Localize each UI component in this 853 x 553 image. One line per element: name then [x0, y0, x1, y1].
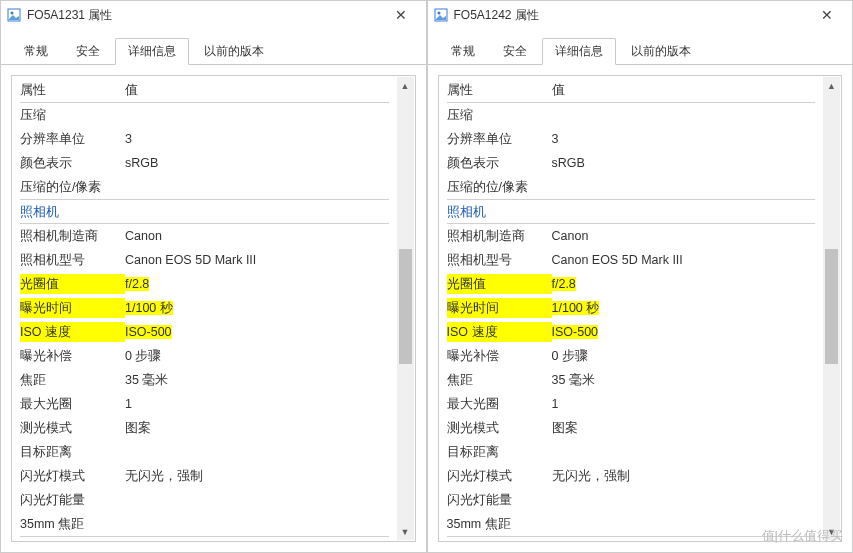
property-row[interactable]: 照相机制造商Canon	[12, 224, 397, 248]
property-row[interactable]: 曝光补偿0 步骤	[439, 344, 824, 368]
scroll-up-button[interactable]: ▲	[397, 77, 414, 94]
property-row[interactable]: 闪光灯能量	[12, 488, 397, 512]
property-row[interactable]: 光圈值f/2.8	[439, 272, 824, 296]
property-label: ISO 速度	[447, 322, 552, 342]
tab-strip: 常规 安全 详细信息 以前的版本	[428, 29, 853, 65]
property-value: 1	[125, 394, 389, 414]
property-row[interactable]: ISO 速度ISO-500	[439, 320, 824, 344]
property-row[interactable]: 照相机型号Canon EOS 5D Mark III	[439, 248, 824, 272]
property-row[interactable]: 压缩的位/像素	[12, 175, 397, 199]
property-value: sRGB	[552, 153, 816, 173]
property-row[interactable]: 最大光圈1	[12, 392, 397, 416]
property-row[interactable]: 压缩	[439, 103, 824, 127]
tab-previous[interactable]: 以前的版本	[191, 38, 277, 65]
property-row[interactable]: 35mm 焦距	[439, 512, 824, 536]
property-value	[125, 514, 389, 534]
property-label: 光圈值	[20, 274, 125, 294]
property-row[interactable]: 闪光灯模式无闪光，强制	[12, 464, 397, 488]
property-row[interactable]: 最大光圈1	[439, 392, 824, 416]
property-value	[552, 514, 816, 534]
header-value: 值	[552, 80, 816, 100]
property-row[interactable]: 光圈值f/2.8	[12, 272, 397, 296]
property-value: Canon	[552, 226, 816, 246]
tab-general[interactable]: 常规	[11, 38, 61, 65]
property-row[interactable]: 曝光补偿0 步骤	[12, 344, 397, 368]
property-value: ISO-500	[125, 322, 389, 342]
property-row[interactable]: 测光模式图案	[12, 416, 397, 440]
tab-security[interactable]: 安全	[490, 38, 540, 65]
property-value	[125, 442, 389, 462]
property-row[interactable]: 压缩	[12, 103, 397, 127]
property-value: f/2.8	[125, 274, 389, 294]
property-label: 测光模式	[447, 418, 552, 438]
property-label: 闪光灯能量	[20, 490, 125, 510]
property-header: 属性值	[439, 76, 824, 102]
property-label: 压缩的位/像素	[20, 177, 125, 197]
property-label: 闪光灯能量	[447, 490, 552, 510]
property-value	[552, 105, 816, 125]
property-row[interactable]: 焦距35 毫米	[439, 368, 824, 392]
property-value	[552, 490, 816, 510]
content-area: 属性值压缩分辨率单位3颜色表示sRGB压缩的位/像素照相机照相机制造商Canon…	[1, 65, 426, 552]
property-value	[125, 490, 389, 510]
property-row[interactable]: 照相机制造商Canon	[439, 224, 824, 248]
section-header: 照相机	[12, 200, 397, 223]
property-value	[125, 177, 389, 197]
property-value: Canon EOS 5D Mark III	[125, 250, 389, 270]
property-row[interactable]: 压缩的位/像素	[439, 175, 824, 199]
property-label: 光圈值	[447, 274, 552, 294]
property-row[interactable]: 曝光时间1/100 秒	[12, 296, 397, 320]
scroll-down-button[interactable]: ▼	[823, 523, 840, 540]
close-button[interactable]: ✕	[808, 1, 846, 29]
tab-details[interactable]: 详细信息	[542, 38, 616, 65]
header-property: 属性	[447, 80, 552, 100]
property-value	[552, 177, 816, 197]
property-row[interactable]: 闪光灯模式无闪光，强制	[439, 464, 824, 488]
close-button[interactable]: ✕	[382, 1, 420, 29]
scroll-down-button[interactable]: ▼	[397, 523, 414, 540]
property-row[interactable]: 分辨率单位3	[12, 127, 397, 151]
tab-details[interactable]: 详细信息	[115, 38, 189, 65]
property-label: ISO 速度	[20, 322, 125, 342]
properties-dialog-left: FO5A1231 属性 ✕ 常规 安全 详细信息 以前的版本 属性值压缩分辨率单…	[0, 0, 427, 553]
property-row[interactable]: 颜色表示sRGB	[12, 151, 397, 175]
property-row[interactable]: 闪光灯能量	[439, 488, 824, 512]
scroll-thumb[interactable]	[399, 249, 412, 364]
property-label: 曝光补偿	[447, 346, 552, 366]
property-label: 焦距	[447, 370, 552, 390]
property-label: 分辨率单位	[447, 129, 552, 149]
image-file-icon	[7, 8, 21, 22]
property-row[interactable]: 焦距35 毫米	[12, 368, 397, 392]
property-row[interactable]: 照相机型号Canon EOS 5D Mark III	[12, 248, 397, 272]
property-row[interactable]: ISO 速度ISO-500	[12, 320, 397, 344]
scroll-up-button[interactable]: ▲	[823, 77, 840, 94]
property-label: 最大光圈	[447, 394, 552, 414]
property-value: 图案	[125, 418, 389, 438]
section-header: 高级照片	[439, 537, 824, 541]
property-label: 分辨率单位	[20, 129, 125, 149]
property-label: 曝光时间	[447, 298, 552, 318]
property-value: 35 毫米	[552, 370, 816, 390]
property-header: 属性值	[12, 76, 397, 102]
scroll-thumb[interactable]	[825, 249, 838, 364]
scrollbar[interactable]: ▲ ▼	[397, 77, 414, 540]
property-value: 无闪光，强制	[552, 466, 816, 486]
window-title: FO5A1242 属性	[454, 7, 809, 24]
property-label: 压缩	[447, 105, 552, 125]
scrollbar[interactable]: ▲ ▼	[823, 77, 840, 540]
property-row[interactable]: 35mm 焦距	[12, 512, 397, 536]
property-row[interactable]: 分辨率单位3	[439, 127, 824, 151]
property-row[interactable]: 测光模式图案	[439, 416, 824, 440]
properties-dialog-right: FO5A1242 属性 ✕ 常规 安全 详细信息 以前的版本 属性值压缩分辨率单…	[427, 0, 854, 553]
property-rows: 属性值压缩分辨率单位3颜色表示sRGB压缩的位/像素照相机照相机制造商Canon…	[12, 76, 415, 541]
property-row[interactable]: 目标距离	[12, 440, 397, 464]
property-label: 照相机型号	[447, 250, 552, 270]
tab-general[interactable]: 常规	[438, 38, 488, 65]
property-value: 1	[552, 394, 816, 414]
property-row[interactable]: 目标距离	[439, 440, 824, 464]
property-row[interactable]: 曝光时间1/100 秒	[439, 296, 824, 320]
tab-security[interactable]: 安全	[63, 38, 113, 65]
property-row[interactable]: 颜色表示sRGB	[439, 151, 824, 175]
tab-previous[interactable]: 以前的版本	[618, 38, 704, 65]
property-value: Canon	[125, 226, 389, 246]
